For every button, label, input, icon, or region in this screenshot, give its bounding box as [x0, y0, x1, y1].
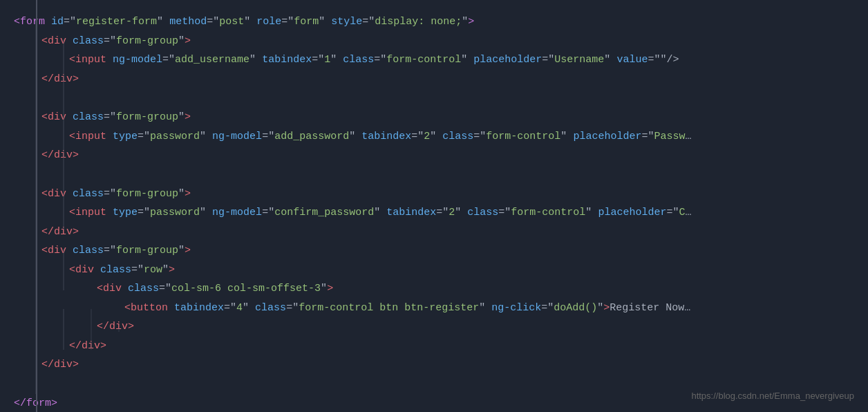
code-viewer: <form id="register-form" method="post" r… — [0, 0, 868, 412]
code-line-11: <div class="form-group"> — [0, 241, 868, 261]
empty-line-2 — [0, 165, 868, 185]
code-line-5: <div class="form-group"> — [0, 108, 868, 127]
keyword-input: <input — [69, 204, 106, 222]
code-line-2: <div class="form-group"> — [0, 32, 868, 51]
code-line-15: </div> — [0, 317, 868, 337]
code-line-4: </div> — [0, 70, 868, 89]
tag-form-open: <form — [14, 13, 45, 31]
code-line-16: </div> — [0, 337, 868, 356]
code-line-14: <button tabindex="4" class="form-control… — [0, 299, 868, 318]
code-line-12: <div class="row"> — [0, 261, 868, 280]
code-line-9: <input type="password" ng-model="confirm… — [0, 203, 868, 223]
code-line-3: <input ng-model="add_username" tabindex=… — [0, 50, 868, 70]
code-line-13: <div class="col-sm-6 col-sm-offset-3"> — [0, 279, 868, 299]
code-line-17: </div> — [0, 355, 868, 375]
code-line-10: </div> — [0, 223, 868, 242]
watermark: https://blog.csdn.net/Emma_nevergiveup — [691, 388, 854, 404]
code-content: <form id="register-form" method="post" r… — [0, 7, 868, 412]
code-line-1: <form id="register-form" method="post" r… — [0, 12, 868, 32]
empty-line-1 — [0, 88, 868, 108]
code-line-6: <input type="password" ng-model="add_pas… — [0, 127, 868, 147]
code-line-7: </div> — [0, 146, 868, 165]
attr-id: id — [51, 13, 64, 31]
code-line-8: <div class="form-group"> — [0, 185, 868, 204]
